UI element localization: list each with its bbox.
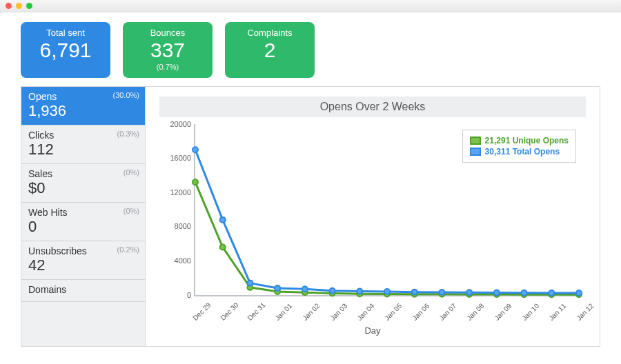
svg-point-24 (439, 290, 444, 295)
y-tick: 4000 (161, 256, 191, 265)
card-label: Bounces (127, 28, 208, 38)
x-tick: Jan 12 (575, 301, 595, 321)
x-tick: Jan 01 (273, 301, 293, 321)
zoom-icon[interactable] (26, 3, 32, 9)
main-panel: (30.0%) Opens 1,936 (0.3%) Clicks 112 (0… (21, 86, 600, 347)
y-tick: 0 (161, 291, 191, 299)
svg-point-27 (522, 290, 527, 295)
x-tick: Jan 09 (493, 301, 513, 321)
x-tick: Jan 11 (548, 301, 568, 321)
sidebar-item-pct: (0%) (124, 168, 139, 176)
x-tick: Jan 07 (438, 301, 458, 321)
sidebar-item-label: Sales (28, 168, 138, 179)
card-label: Complaints (229, 28, 310, 38)
sidebar-item-label: Web Hits (28, 207, 138, 218)
svg-point-15 (193, 147, 198, 152)
x-tick: Dec 31 (246, 301, 267, 321)
sidebar-item-label: Domains (28, 284, 138, 295)
x-tick: Jan 04 (356, 301, 376, 321)
svg-point-19 (302, 286, 308, 292)
sidebar-item-pct: (0%) (124, 207, 139, 215)
minimize-icon[interactable] (16, 3, 22, 9)
sidebar-item-pct: (30.0%) (112, 91, 139, 99)
svg-point-16 (220, 216, 226, 222)
stats-sidebar: (30.0%) Opens 1,936 (0.3%) Clicks 112 (0… (21, 87, 146, 346)
sidebar-item-unsubscribes[interactable]: (0.2%) Unsubscribes 42 (21, 241, 145, 280)
svg-point-20 (330, 287, 335, 293)
svg-point-21 (357, 288, 362, 294)
card-value: 2 (229, 39, 310, 61)
y-tick: 12000 (161, 188, 191, 196)
svg-point-26 (494, 290, 500, 295)
chart-plot: 040008000120001600020000Dec 29Dec 30Dec … (194, 124, 579, 296)
x-tick: Jan 05 (383, 301, 403, 321)
x-tick: Jan 03 (328, 301, 348, 321)
x-tick: Jan 02 (301, 301, 321, 321)
x-tick: Jan 10 (520, 301, 540, 321)
x-tick: Dec 30 (219, 301, 239, 321)
sidebar-item-web-hits[interactable]: (0%) Web Hits 0 (21, 203, 145, 241)
chart-title: Opens Over 2 Weeks (159, 97, 586, 117)
card-complaints[interactable]: Complaints 2 (225, 22, 315, 78)
sidebar-item-pct: (0.2%) (117, 245, 139, 254)
svg-point-1 (220, 244, 226, 250)
x-tick: Jan 06 (411, 301, 431, 321)
window-titlebar (0, 0, 621, 12)
svg-point-18 (275, 285, 280, 291)
card-sub: (0.7%) (127, 63, 208, 71)
svg-point-17 (247, 280, 253, 285)
sidebar-item-value: $0 (28, 180, 138, 196)
chart-area: Opens Over 2 Weeks 21,291 Unique Opens 3… (146, 87, 600, 346)
svg-point-28 (549, 290, 554, 295)
sidebar-item-value: 0 (28, 219, 138, 235)
sidebar-item-domains[interactable]: Domains (21, 280, 145, 302)
sidebar-item-value: 1,936 (28, 103, 138, 119)
sidebar-item-clicks[interactable]: (0.3%) Clicks 112 (21, 125, 145, 164)
chart-xlabel: Day (159, 325, 586, 336)
svg-point-29 (576, 290, 582, 296)
sidebar-item-sales[interactable]: (0%) Sales $0 (21, 164, 145, 203)
sidebar-item-value: 112 (28, 141, 138, 158)
sidebar-item-opens[interactable]: (30.0%) Opens 1,936 (21, 87, 145, 125)
summary-cards: Total sent 6,791 Bounces 337 (0.7%) Comp… (0, 12, 621, 86)
svg-point-22 (384, 289, 390, 294)
x-tick: Dec 29 (191, 301, 212, 321)
svg-point-0 (193, 179, 198, 185)
card-label: Total sent (25, 28, 106, 38)
svg-point-25 (466, 290, 472, 295)
card-value: 337 (127, 39, 208, 61)
card-bounces[interactable]: Bounces 337 (0.7%) (123, 22, 213, 78)
sidebar-item-pct: (0.3%) (117, 130, 139, 138)
y-tick: 20000 (161, 120, 191, 128)
svg-point-23 (412, 289, 417, 294)
y-tick: 16000 (161, 154, 191, 162)
card-value: 6,791 (25, 39, 106, 61)
sidebar-item-value: 42 (28, 257, 138, 274)
y-tick: 8000 (161, 222, 191, 230)
close-icon[interactable] (6, 3, 12, 9)
card-total-sent[interactable]: Total sent 6,791 (21, 22, 110, 78)
x-tick: Jan 08 (465, 301, 485, 321)
